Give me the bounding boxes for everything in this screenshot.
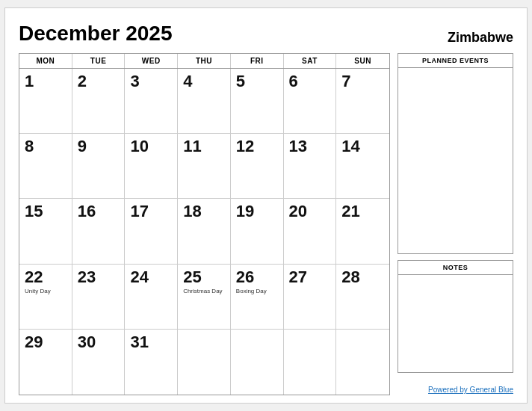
table-row: 13: [284, 134, 337, 199]
day-number: 13: [289, 137, 331, 155]
planned-events-title: PLANNED EVENTS: [398, 54, 513, 68]
table-row: 1: [19, 69, 72, 134]
table-row: 3: [125, 69, 178, 134]
table-row: 23: [72, 265, 126, 330]
day-header-fri: FRI: [231, 54, 284, 68]
day-number: 1: [25, 72, 66, 90]
table-row: [284, 330, 337, 395]
table-row: 7: [336, 69, 389, 134]
table-row: 14: [336, 134, 389, 199]
day-number: 7: [341, 72, 384, 90]
day-number: 30: [78, 333, 120, 351]
holiday-name: Christmas Day: [183, 288, 225, 295]
day-number: 16: [78, 203, 120, 220]
table-row: 22Unity Day: [19, 265, 72, 330]
table-row: 31: [125, 330, 178, 395]
day-headers: MON TUE WED THU FRI SAT SUN: [19, 54, 389, 69]
day-number: 2: [78, 72, 120, 90]
day-number: 5: [236, 72, 278, 90]
calendar-section: MON TUE WED THU FRI SAT SUN 123456789101…: [19, 53, 390, 395]
day-number: 20: [289, 203, 331, 220]
day-header-sun: SUN: [336, 54, 389, 68]
table-row: 20: [284, 199, 337, 264]
header: December 2025 Zimbabwe: [19, 22, 513, 46]
day-number: 31: [130, 333, 172, 351]
table-row: 15: [19, 199, 72, 264]
table-row: 16: [72, 199, 126, 264]
day-number: 24: [130, 268, 172, 286]
day-number: 11: [183, 137, 225, 155]
day-number: 15: [25, 203, 66, 220]
holiday-name: Unity Day: [25, 288, 66, 295]
day-number: 22: [25, 268, 66, 286]
day-header-mon: MON: [19, 54, 72, 68]
calendar-page: December 2025 Zimbabwe MON TUE WED THU F…: [4, 7, 528, 404]
table-row: 30: [72, 330, 126, 395]
day-number: 21: [341, 203, 384, 220]
table-row: 29: [19, 330, 72, 395]
table-row: 10: [125, 134, 178, 199]
day-number: 18: [183, 203, 225, 220]
table-row: 26Boxing Day: [231, 265, 284, 330]
table-row: [231, 330, 284, 395]
main-content: MON TUE WED THU FRI SAT SUN 123456789101…: [19, 53, 513, 395]
notes-content: [398, 275, 513, 372]
notes-box: NOTES: [398, 260, 513, 373]
day-number: 27: [289, 268, 331, 286]
table-row: 19: [231, 199, 284, 264]
day-number: 8: [25, 137, 66, 155]
day-number: 19: [236, 203, 278, 220]
day-number: 10: [130, 137, 172, 155]
table-row: 25Christmas Day: [178, 265, 231, 330]
day-number: 26: [236, 268, 278, 286]
table-row: [178, 330, 231, 395]
planned-events-box: PLANNED EVENTS: [398, 53, 513, 254]
day-number: 17: [130, 203, 172, 220]
day-number: 12: [236, 137, 278, 155]
calendar-grid: 12345678910111213141516171819202122Unity…: [19, 69, 389, 395]
day-number: 3: [130, 72, 172, 90]
table-row: 4: [178, 69, 231, 134]
table-row: 9: [72, 134, 126, 199]
day-number: 9: [78, 137, 120, 155]
table-row: 28: [336, 265, 389, 330]
day-header-sat: SAT: [284, 54, 337, 68]
table-row: 8: [19, 134, 72, 199]
table-row: 11: [178, 134, 231, 199]
day-number: 14: [341, 137, 384, 155]
sidebar: PLANNED EVENTS NOTES Powered by General …: [398, 53, 513, 395]
table-row: 2: [72, 69, 126, 134]
day-header-wed: WED: [125, 54, 178, 68]
table-row: 24: [125, 265, 178, 330]
notes-title: NOTES: [398, 261, 513, 275]
table-row: 5: [231, 69, 284, 134]
table-row: [336, 330, 389, 395]
table-row: 27: [284, 265, 337, 330]
day-number: 6: [289, 72, 331, 90]
table-row: 6: [284, 69, 337, 134]
table-row: 21: [336, 199, 389, 264]
day-number: 29: [25, 333, 66, 351]
table-row: 18: [178, 199, 231, 264]
day-number: 25: [183, 268, 225, 286]
footer: Powered by General Blue: [398, 382, 513, 395]
day-header-tue: TUE: [72, 54, 126, 68]
month-title: December 2025: [19, 22, 172, 46]
holiday-name: Boxing Day: [236, 288, 278, 295]
country-title: Zimbabwe: [448, 30, 513, 46]
day-header-thu: THU: [178, 54, 231, 68]
day-number: 28: [341, 268, 384, 286]
day-number: 4: [183, 72, 225, 90]
planned-events-content: [398, 68, 513, 253]
powered-by-link[interactable]: Powered by General Blue: [428, 386, 513, 394]
table-row: 12: [231, 134, 284, 199]
table-row: 17: [125, 199, 178, 264]
day-number: 23: [78, 268, 120, 286]
